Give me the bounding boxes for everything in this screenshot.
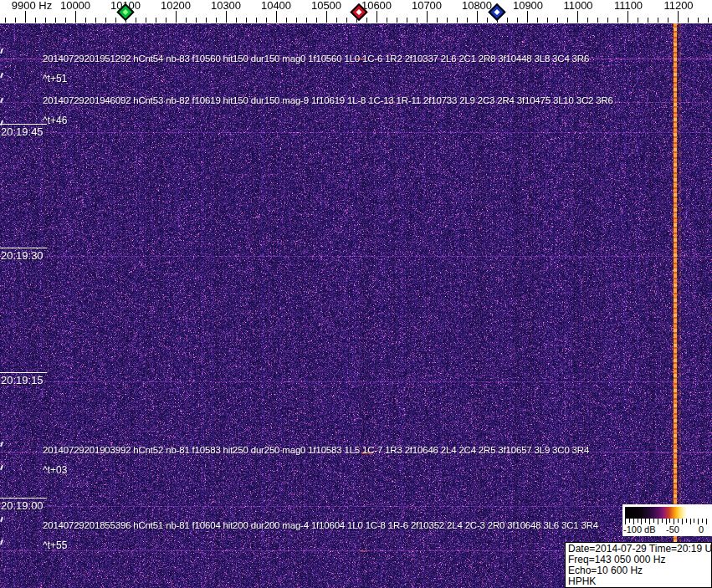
color-scale-tick (682, 519, 683, 524)
color-scale-label-min: -100 dB (623, 524, 656, 534)
color-scale-tick (674, 519, 674, 524)
time-axis-label: 20:19:15 (0, 372, 47, 386)
freq-major-tick (477, 11, 478, 23)
freq-major-tick (226, 11, 227, 23)
color-scale-gradient (625, 507, 706, 519)
freq-tick-label: 9900 Hz (12, 0, 52, 12)
freq-minor-tick (597, 18, 598, 23)
freq-minor-tick (407, 18, 407, 23)
freq-marker-green-center (122, 9, 128, 15)
color-scale-tick (694, 519, 694, 523)
color-scale-tick (702, 519, 703, 523)
freq-minor-tick (246, 18, 247, 23)
carrier-signal-line (674, 23, 677, 588)
freq-minor-tick (567, 18, 568, 23)
freq-major-tick (527, 11, 528, 23)
color-scale-tick (698, 519, 699, 524)
time-axis-label: 20:19:00 (0, 498, 47, 512)
color-scale-tick (666, 519, 667, 524)
info-station: HPHK (568, 576, 711, 587)
detection-time-offset: ^t+51 (43, 73, 67, 84)
freq-minor-tick (708, 18, 709, 23)
detection-log-line: 20140729201951292 hCnt54 nb-83 f10560 hi… (43, 54, 589, 64)
freq-major-tick (427, 11, 428, 23)
color-scale-tick (638, 519, 638, 523)
freq-minor-tick (658, 18, 658, 23)
freq-major-tick (678, 11, 679, 23)
freq-minor-tick (537, 18, 538, 23)
freq-minor-tick (296, 18, 297, 23)
freq-minor-tick (196, 18, 197, 23)
freq-minor-tick (397, 18, 397, 23)
color-scale-tick (649, 519, 650, 524)
freq-minor-tick (467, 18, 468, 23)
freq-minor-tick (206, 18, 207, 23)
freq-minor-tick (487, 18, 488, 23)
freq-minor-tick (316, 18, 317, 23)
freq-minor-tick (698, 18, 699, 23)
freq-tick-label: 10300 (211, 0, 241, 12)
freq-minor-tick (336, 18, 337, 23)
detection-time-offset: ^t+55 (43, 539, 67, 551)
freq-minor-tick (45, 18, 46, 23)
color-scale-tick (686, 519, 687, 523)
freq-minor-tick (517, 18, 518, 23)
freq-minor-tick (186, 18, 187, 23)
freq-minor-tick (55, 18, 56, 23)
color-scale-tick (633, 519, 634, 524)
freq-minor-tick (236, 18, 237, 23)
freq-tick-label: 10000 (60, 0, 90, 12)
freq-tick-label: 11100 (614, 0, 643, 12)
freq-minor-tick (146, 18, 146, 23)
freq-minor-tick (105, 18, 106, 23)
freq-tick-label: 10400 (261, 0, 291, 12)
freq-minor-tick (557, 18, 558, 23)
freq-tick-label: 10900 (513, 0, 543, 12)
time-axis-label: 20:19:30 (0, 248, 47, 262)
freq-minor-tick (166, 18, 166, 23)
freq-minor-tick (95, 18, 96, 23)
freq-tick-label: 11200 (663, 0, 693, 12)
freq-minor-tick (65, 18, 66, 23)
freq-minor-tick (387, 18, 387, 23)
freq-major-tick (577, 11, 578, 23)
freq-minor-tick (648, 18, 648, 23)
color-scale-tick (645, 519, 646, 523)
freq-tick-label: 10800 (462, 0, 492, 12)
carrier-secondary-line (679, 23, 681, 588)
detection-log-line: 20140729201946092 hCnt53 nb-82 f10619 hi… (43, 95, 613, 105)
color-scale: -100 dB -50 0 (622, 504, 712, 536)
freq-minor-tick (136, 18, 136, 23)
freq-minor-tick (216, 18, 217, 23)
freq-minor-tick (5, 18, 6, 23)
time-axis-label: 20:19:45 (0, 124, 47, 138)
freq-major-tick (326, 11, 327, 23)
freq-tick-label: 10500 (311, 0, 341, 12)
freq-major-tick (376, 11, 377, 23)
freq-minor-tick (547, 18, 548, 23)
freq-marker-blue-center (494, 9, 499, 15)
freq-minor-tick (457, 18, 458, 23)
color-scale-label-max: 0 (699, 524, 704, 534)
color-scale-tick (641, 519, 642, 524)
freq-major-tick (627, 11, 628, 23)
spectrogram-canvas (0, 23, 712, 588)
freq-major-tick (25, 11, 26, 23)
status-info-box: Date=2014-07-29 Time=20:19 UTC Freq=143 … (565, 542, 712, 588)
freq-minor-tick (668, 18, 668, 23)
freq-minor-tick (85, 18, 86, 23)
freq-tick-label: 11000 (563, 0, 592, 12)
color-scale-label-mid: -50 (666, 524, 679, 534)
freq-tick-label: 10200 (161, 0, 191, 12)
freq-minor-tick (617, 18, 618, 23)
freq-minor-tick (607, 18, 608, 23)
freq-minor-tick (638, 18, 638, 23)
freq-minor-tick (35, 18, 36, 23)
color-scale-tick (669, 519, 670, 523)
color-scale-tick (625, 519, 626, 524)
color-scale-tick (662, 519, 663, 523)
freq-major-tick (276, 11, 277, 23)
freq-minor-tick (346, 18, 347, 23)
freq-minor-tick (437, 18, 438, 23)
color-scale-tick (690, 519, 691, 524)
